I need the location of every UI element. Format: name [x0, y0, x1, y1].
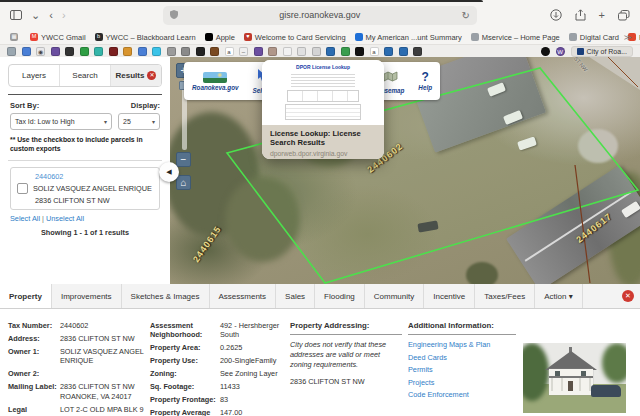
field-label: Sq. Footage:: [150, 382, 220, 391]
results-close-icon[interactable]: ✕: [147, 71, 156, 80]
pinned-tab-favicon[interactable]: [268, 47, 277, 56]
bookmark-item[interactable]: Digital Card: [569, 33, 619, 42]
pinned-tab-favicon[interactable]: [413, 47, 422, 56]
back-button[interactable]: ‹: [49, 10, 53, 21]
bookmark-label: Apple: [216, 33, 235, 42]
pinned-tab-favicon[interactable]: [22, 47, 31, 56]
tab-search[interactable]: Search: [60, 65, 111, 86]
panel-tab[interactable]: Assessments: [210, 284, 277, 308]
pinned-tab-favicon[interactable]: a: [225, 47, 234, 56]
reload-icon[interactable]: ↻: [462, 10, 470, 21]
privacy-shield-icon[interactable]: [170, 10, 178, 21]
pinned-tab-favicon[interactable]: [167, 47, 176, 56]
bookmark-item[interactable]: b YWCC – Blackboard Learn: [95, 33, 196, 42]
panel-tab[interactable]: Taxes/Fees: [475, 284, 535, 308]
pinned-tab-favicon[interactable]: [326, 47, 335, 56]
downloads-icon[interactable]: [550, 9, 562, 21]
bookmark-item[interactable]: ♥ Welcome to Card Servicing: [244, 33, 346, 42]
roanokeva-button[interactable]: Roanokeva.gov: [192, 72, 239, 91]
panel-tab[interactable]: Sales: [276, 284, 315, 308]
bookmark-item[interactable]: M YWCC Gmail: [30, 33, 86, 42]
address-bar[interactable]: gisre.roanokeva.gov ↻: [163, 6, 477, 25]
link-preview-popup[interactable]: DPOR License Lookup License Lookup: Lice…: [262, 60, 384, 159]
pinned-tab-favicon[interactable]: [181, 47, 190, 56]
pinned-tab-favicon[interactable]: –: [239, 47, 248, 56]
panel-tab[interactable]: Property: [0, 284, 52, 308]
sort-by-select[interactable]: Tax Id: Low to High▾: [10, 113, 112, 130]
pinned-tab-favicon[interactable]: [65, 47, 74, 56]
pinned-tab-strip: ◉: [0, 44, 640, 58]
pinned-tab-favicon[interactable]: [109, 47, 118, 56]
wordpress-tab-icon[interactable]: W: [556, 47, 565, 56]
info-link[interactable]: Code Enforcement: [408, 390, 516, 399]
result-id-link[interactable]: 2440602: [35, 172, 153, 181]
pinned-tab-favicon[interactable]: [94, 47, 103, 56]
bookmark-label: Welcome to Card Servicing: [255, 33, 346, 42]
share-icon[interactable]: [575, 9, 586, 21]
pinned-tab-favicon[interactable]: [138, 47, 147, 56]
tab-results[interactable]: Results ✕: [111, 65, 161, 86]
tab-overview-icon[interactable]: [618, 10, 630, 21]
pinned-tab-favicon[interactable]: [283, 47, 292, 56]
roanoke-logo-icon: [203, 72, 227, 83]
pinned-tab-favicon[interactable]: [399, 47, 408, 56]
panel-tab[interactable]: Incentive: [424, 284, 475, 308]
field-label: Address:: [8, 334, 60, 343]
panel-tab[interactable]: Improvements: [52, 284, 122, 308]
zoom-out-button[interactable]: −: [176, 152, 191, 167]
forward-button[interactable]: ›: [62, 10, 66, 21]
pinned-tab-favicon[interactable]: ◉: [36, 47, 45, 56]
panel-tab[interactable]: Community: [365, 284, 424, 308]
info-link[interactable]: Deed Cards: [408, 353, 516, 362]
pinned-tab-favicon[interactable]: [254, 47, 263, 56]
bookmark-item[interactable]: ▦: [10, 33, 21, 41]
addressing-header: Property Addressing:: [290, 321, 402, 330]
pinned-tab-favicon[interactable]: [7, 47, 16, 56]
pinned-tab-favicon[interactable]: [152, 47, 161, 56]
info-link[interactable]: Permits: [408, 365, 516, 374]
pinned-tab-favicon[interactable]: [210, 47, 219, 56]
info-link[interactable]: Engineering Maps & Plan: [408, 340, 516, 349]
sidebar-collapse-button[interactable]: ◀: [159, 162, 179, 182]
pinned-tab-favicon[interactable]: [355, 47, 364, 56]
pinned-tab-favicon[interactable]: [297, 47, 306, 56]
select-all-link[interactable]: Select All: [10, 214, 40, 223]
bookmark-item[interactable]: My American ...unt Summary: [355, 33, 462, 42]
panel-tab[interactable]: Sketches & Images: [122, 284, 210, 308]
unselect-all-link[interactable]: Unselect All: [46, 214, 84, 223]
sidebar-toggle-icon[interactable]: [10, 10, 22, 20]
result-owner: SOLIZ VASQUEZ ANGEL ENRIQUE: [33, 184, 152, 193]
active-tab[interactable]: City of Roa...: [571, 46, 633, 57]
bookmark-item[interactable]: Apple: [205, 33, 235, 42]
field-row: Owner 2:: [8, 369, 150, 378]
pinned-tab-favicon[interactable]: [51, 47, 60, 56]
result-checkbox[interactable]: [17, 183, 28, 194]
pinned-tab-favicon[interactable]: [384, 47, 393, 56]
panel-tab[interactable]: Action ▾: [535, 284, 582, 308]
field-label: Assessment Neighborhood:: [150, 321, 220, 340]
home-button[interactable]: ⌂: [176, 175, 191, 190]
pinned-tab-favicon[interactable]: [541, 47, 550, 56]
pinned-tab-favicon[interactable]: [341, 47, 350, 56]
bookmarks-overflow-icon[interactable]: ≫: [624, 33, 632, 42]
panel-close-icon[interactable]: ✕: [622, 290, 634, 302]
bookmark-item[interactable]: Mservice – Home Page: [471, 33, 560, 42]
chevron-down-icon[interactable]: ⌄: [31, 10, 40, 21]
panel-tab[interactable]: Flooding: [315, 284, 365, 308]
pinned-tab-favicon[interactable]: [80, 47, 89, 56]
field-label: Mailing Label:: [8, 382, 60, 401]
field-row: Tax Number: 2440602: [8, 321, 150, 330]
tab-layers[interactable]: Layers: [9, 65, 60, 86]
new-tab-icon[interactable]: +: [599, 10, 605, 21]
help-button[interactable]: ? Help: [418, 71, 432, 91]
addressing-disclaimer: City does not verify that these addresse…: [290, 340, 402, 370]
pinned-tab-favicon[interactable]: a: [370, 47, 379, 56]
pinned-tab-favicon[interactable]: [312, 47, 321, 56]
info-link[interactable]: Projects: [408, 378, 516, 387]
bookmark-favicon: ♥: [244, 33, 252, 41]
display-select[interactable]: 25▾: [118, 113, 160, 130]
pinned-tab-favicon[interactable]: [196, 47, 205, 56]
pinned-tab-favicon[interactable]: [123, 47, 132, 56]
parcel-line: [608, 57, 638, 87]
map-canvas[interactable]: 2440602 2440615 2440617 ST NW + − ⌂ Roan…: [170, 57, 640, 284]
